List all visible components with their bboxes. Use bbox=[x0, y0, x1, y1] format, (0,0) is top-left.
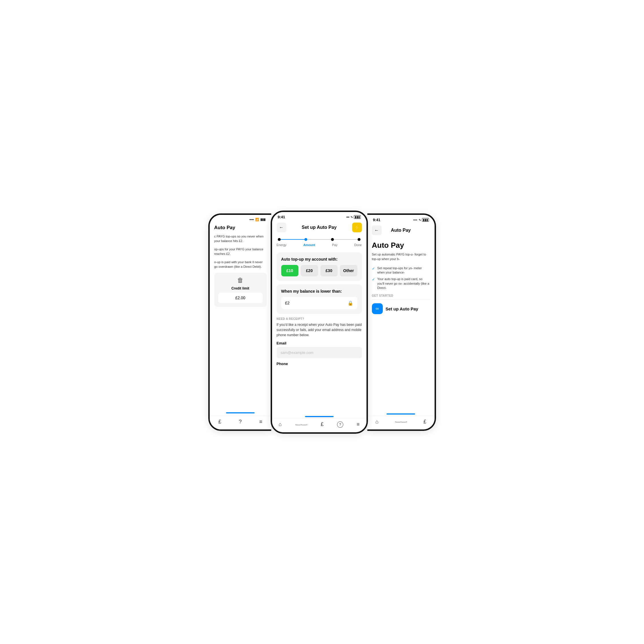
back-arrow-icon: ← bbox=[279, 225, 284, 230]
bottom-nav-right: ⌂ ◦—◦—◦ £ bbox=[367, 416, 435, 429]
back-arrow-right-icon: ← bbox=[374, 228, 379, 233]
left-text-2: op-ups for your PAYG your balance reache… bbox=[214, 247, 267, 256]
credit-value: £2.00 bbox=[218, 293, 263, 303]
amount-btn-other[interactable]: Other bbox=[340, 265, 357, 276]
step-labels: Energy Amount Pay Done bbox=[272, 243, 366, 250]
receipt-section: NEED A RECEIPT? If you'd like a receipt … bbox=[277, 317, 362, 338]
nav-pound-center[interactable]: £ bbox=[321, 421, 324, 427]
right-main-text: Set up automatic PAYG top-u- forget to t… bbox=[372, 252, 430, 261]
receipt-text: If you'd like a receipt when your Auto P… bbox=[277, 322, 362, 338]
status-time-right: 9:41 bbox=[373, 218, 381, 222]
email-label: Email bbox=[277, 341, 362, 345]
phone-label: Phone bbox=[277, 362, 362, 366]
nav-item-pound-left[interactable]: £ bbox=[218, 419, 221, 425]
amount-card: Auto top-up my account with: £10 £20 £30… bbox=[277, 252, 362, 281]
setup-auto-pay-button[interactable]: ∞ Set up Auto Pay bbox=[372, 303, 418, 314]
bottom-nav-left: £ ? ≡ bbox=[210, 416, 271, 429]
battery-icon-center: ▮▮▮ bbox=[354, 215, 361, 219]
step-dot-1 bbox=[304, 238, 307, 241]
wifi-icon-right: ∿ bbox=[419, 218, 421, 221]
step-dot-3 bbox=[358, 238, 360, 241]
wifi-icon-center: ∿ bbox=[350, 215, 353, 219]
right-content: Auto Pay Set up automatic PAYG top-u- fo… bbox=[367, 237, 435, 413]
phone-field-group: Phone bbox=[277, 362, 362, 366]
status-bar-right: 9:41 ▪▪▪▪ ∿ ▮▮▮ bbox=[367, 215, 435, 223]
status-time-center: 9:41 bbox=[278, 215, 285, 219]
balance-card-title: When my balance is lower than: bbox=[281, 289, 357, 294]
amount-btn-10[interactable]: £10 bbox=[281, 265, 299, 276]
step-label-pay: Pay bbox=[332, 243, 337, 247]
nav-pound-right[interactable]: £ bbox=[423, 419, 426, 425]
back-button-center[interactable]: ← bbox=[277, 223, 286, 232]
nav-help-center[interactable]: ? bbox=[337, 421, 343, 428]
receipt-label: NEED A RECEIPT? bbox=[277, 317, 362, 320]
step-dot-2 bbox=[331, 238, 334, 241]
progress-bar bbox=[272, 235, 366, 243]
infinity-icon: ∞ bbox=[372, 303, 383, 314]
status-icons-left: ▪▪▪▪ 📶 ▮▮▮ bbox=[249, 218, 265, 221]
amount-btn-20[interactable]: £20 bbox=[301, 265, 318, 276]
credit-limit-label: Credit limit bbox=[231, 286, 249, 290]
trash-icon[interactable]: 🗑 bbox=[237, 277, 243, 284]
nav-activity-center[interactable]: ◦—◦—◦ bbox=[295, 422, 307, 427]
page-title-left: Auto Pay bbox=[214, 225, 235, 230]
nav-title-right: Auto Pay bbox=[391, 228, 411, 233]
battery-icon-right: ▮▮▮ bbox=[422, 218, 429, 222]
battery-icon: ▮▮▮ bbox=[260, 218, 265, 221]
email-field-group: Email sam@example.com bbox=[277, 341, 362, 358]
nav-item-help-left[interactable]: ? bbox=[239, 419, 242, 425]
step-label-amount: Amount bbox=[303, 243, 315, 247]
left-text-3: o-up is paid with your bank ll never go … bbox=[214, 260, 267, 269]
amount-btn-30[interactable]: £30 bbox=[320, 265, 338, 276]
check-item-0: ✓ Set repeat top-ups for yo- meter when … bbox=[372, 266, 430, 275]
setup-btn-label: Set up Auto Pay bbox=[386, 306, 418, 311]
nav-item-menu-left[interactable]: ≡ bbox=[259, 419, 262, 425]
get-started-label: GET STARTED bbox=[372, 294, 430, 297]
step-line-1 bbox=[307, 239, 331, 240]
home-indicator-left bbox=[226, 412, 255, 413]
nav-bar-right: ← Auto Pay bbox=[367, 223, 435, 237]
check-item-1: ✓ Your auto top-up is paid card, so you'… bbox=[372, 277, 430, 290]
nav-menu-center[interactable]: ≡ bbox=[357, 421, 360, 427]
nav-activity-right[interactable]: ◦—◦—◦ bbox=[395, 419, 407, 424]
signal-icon: ▪▪▪▪ bbox=[249, 218, 254, 221]
credit-card: 🗑 Credit limit £2.00 bbox=[214, 273, 267, 307]
lightning-button[interactable]: ⚡ bbox=[352, 223, 362, 232]
lock-icon: 🔒 bbox=[348, 300, 353, 306]
bottom-nav-center: ⌂ ◦—◦—◦ £ ? ≡ bbox=[272, 418, 366, 432]
step-line-0 bbox=[281, 239, 304, 240]
nav-title-center: Set up Auto Pay bbox=[302, 225, 336, 230]
step-label-energy: Energy bbox=[277, 243, 287, 247]
left-text-1: c PAYG top-ups so you never when your ba… bbox=[214, 234, 267, 243]
step-line-2 bbox=[334, 239, 358, 240]
amount-buttons: £10 £20 £30 Other bbox=[281, 265, 357, 276]
nav-home-right[interactable]: ⌂ bbox=[375, 419, 379, 425]
step-label-done: Done bbox=[354, 243, 362, 247]
home-indicator-right bbox=[387, 413, 415, 415]
amount-card-title: Auto top-up my account with: bbox=[281, 257, 357, 261]
right-main-title: Auto Pay bbox=[372, 241, 430, 250]
wifi-icon: 📶 bbox=[255, 218, 259, 221]
lightning-icon: ⚡ bbox=[354, 224, 360, 231]
nav-bar-center: ← Set up Auto Pay ⚡ bbox=[272, 220, 366, 235]
signal-icon-right: ▪▪▪▪ bbox=[413, 218, 417, 221]
content-center: Auto top-up my account with: £10 £20 £30… bbox=[272, 250, 366, 416]
checkmark-icon-0: ✓ bbox=[372, 266, 375, 271]
checkmark-icon-1: ✓ bbox=[372, 277, 375, 282]
check-text-1: Your auto top-up is paid card, so you'll… bbox=[377, 277, 430, 290]
balance-value: £2 bbox=[285, 301, 290, 305]
check-text-0: Set repeat top-ups for yo- meter when yo… bbox=[377, 266, 430, 275]
back-button-right[interactable]: ← bbox=[372, 225, 382, 235]
balance-card: When my balance is lower than: £2 🔒 bbox=[277, 284, 362, 314]
nav-home-center[interactable]: ⌂ bbox=[279, 421, 282, 427]
signal-icon-center: ▪▪▪▪ bbox=[346, 215, 349, 219]
balance-row: £2 🔒 bbox=[281, 297, 357, 309]
status-bar-center: 9:41 ▪▪▪▪ ∿ ▮▮▮ bbox=[272, 212, 366, 220]
step-dot-0 bbox=[278, 238, 281, 241]
email-input[interactable]: sam@example.com bbox=[277, 347, 362, 358]
home-indicator-center bbox=[305, 416, 334, 417]
